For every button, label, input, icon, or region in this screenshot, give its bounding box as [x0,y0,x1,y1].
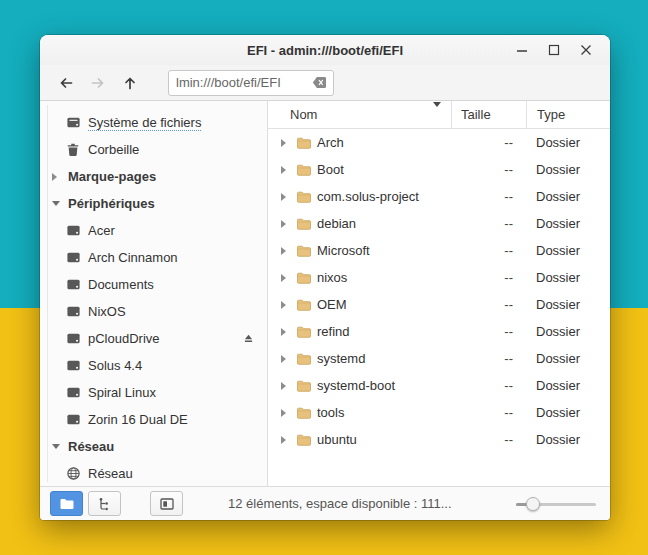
table-row[interactable]: Arch--Dossier [268,129,610,156]
back-icon [58,75,74,91]
drive-icon [66,304,88,319]
folder-icon [296,378,317,394]
chevron-right-icon[interactable] [281,274,296,282]
column-label-name: Nom [290,107,317,122]
column-header-type[interactable]: Type [526,101,610,128]
file-type: Dossier [526,189,610,204]
folder-icon [296,135,317,151]
sidebar-item-documents[interactable]: Documents [40,271,267,298]
sidebar-item-reseau[interactable]: Réseau [40,460,267,486]
maximize-icon [548,44,560,56]
sidebar-item-acer[interactable]: Acer [40,217,267,244]
chevron-right-icon[interactable] [281,166,296,174]
zoom-slider-handle[interactable] [526,497,540,511]
extra-pane-button[interactable] [150,491,183,516]
tree-view-button[interactable] [88,491,121,516]
file-size: -- [451,189,526,204]
table-row[interactable]: debian--Dossier [268,210,610,237]
table-row[interactable]: OEM--Dossier [268,291,610,318]
folder-icon [296,216,317,232]
icon-view-button[interactable] [50,491,83,516]
folder-icon [296,189,317,205]
table-row[interactable]: refind--Dossier [268,318,610,345]
trash-icon [66,142,88,157]
sidebar-item-nixos[interactable]: NixOS [40,298,267,325]
sidebar-item-pclouddrive[interactable]: pCloudDrive [40,325,267,352]
up-button[interactable] [114,69,146,97]
chevron-right-icon[interactable] [281,193,296,201]
minimize-button[interactable] [510,38,534,62]
clear-location-icon[interactable] [310,74,328,92]
chevron-right-icon[interactable] [281,247,296,255]
back-button[interactable] [50,69,82,97]
file-size: -- [451,351,526,366]
folder-icon [296,324,317,340]
chevron-down-icon[interactable] [52,444,68,449]
sidebar-section-peripheriques[interactable]: Périphériques [40,190,267,217]
sidebar-section-reseau[interactable]: Réseau [40,433,267,460]
folder-icon [296,351,317,367]
sidebar-item-label: Système de fichiers [88,115,201,131]
sidebar-item-label: Arch Cinnamon [88,250,178,265]
table-row[interactable]: ubuntu--Dossier [268,426,610,453]
table-row[interactable]: Microsoft--Dossier [268,237,610,264]
file-size: -- [451,432,526,447]
drive-icon [66,412,88,427]
column-header-name[interactable]: Nom [268,101,451,128]
file-name: com.solus-project [317,189,419,204]
folder-icon [296,297,317,313]
chevron-right-icon[interactable] [281,409,296,417]
sidebar-list: Système de fichiersCorbeilleMarque-pages… [40,109,267,486]
chevron-down-icon[interactable] [52,201,68,206]
location-input[interactable]: lmin:///boot/efi/EFI [168,70,334,96]
sidebar-item-label: Corbeille [88,142,139,157]
icon-view-icon [59,496,75,512]
sidebar-item-systeme-de-fichiers[interactable]: Système de fichiers [40,109,267,136]
column-label-size: Taille [461,107,491,122]
file-type: Dossier [526,135,610,150]
table-row[interactable]: systemd--Dossier [268,345,610,372]
sidebar-item-label: Solus 4.4 [88,358,142,373]
sidebar-item-zorin-16-dual-de[interactable]: Zorin 16 Dual DE [40,406,267,433]
table-row[interactable]: systemd-boot--Dossier [268,372,610,399]
folder-icon [296,162,317,178]
table-row[interactable]: com.solus-project--Dossier [268,183,610,210]
chevron-right-icon[interactable] [281,382,296,390]
chevron-right-icon[interactable] [281,436,296,444]
chevron-right-icon[interactable] [281,301,296,309]
file-manager-window: EFI - admin:///boot/efi/EFI [40,35,610,520]
table-row[interactable]: nixos--Dossier [268,264,610,291]
sidebar-item-label: pCloudDrive [88,331,160,346]
table-row[interactable]: Boot--Dossier [268,156,610,183]
file-name: refind [317,324,350,339]
forward-button[interactable] [82,69,114,97]
chevron-right-icon[interactable] [52,173,68,181]
file-name: nixos [317,270,347,285]
file-size: -- [451,324,526,339]
table-row[interactable]: tools--Dossier [268,399,610,426]
sidebar-item-arch-cinnamon[interactable]: Arch Cinnamon [40,244,267,271]
chevron-right-icon[interactable] [281,355,296,363]
drive-icon [66,331,88,346]
file-type: Dossier [526,216,610,231]
sidebar-item-spiral-linux[interactable]: Spiral Linux [40,379,267,406]
zoom-slider[interactable] [516,492,596,516]
maximize-button[interactable] [542,38,566,62]
chevron-right-icon[interactable] [281,328,296,336]
sidebar-section-marque-pages[interactable]: Marque-pages [40,163,267,190]
titlebar[interactable]: EFI - admin:///boot/efi/EFI [40,35,610,65]
window-controls [510,38,610,62]
file-pane: Nom Taille Type Arch--DossierBoot--Dossi… [268,101,610,486]
network-icon [66,466,88,481]
file-size: -- [451,243,526,258]
eject-button[interactable] [242,332,255,345]
chevron-right-icon[interactable] [281,139,296,147]
file-size: -- [451,135,526,150]
column-header-size[interactable]: Taille [451,101,526,128]
file-name: tools [317,405,344,420]
sidebar-item-corbeille[interactable]: Corbeille [40,136,267,163]
close-button[interactable] [574,38,598,62]
chevron-right-icon[interactable] [281,220,296,228]
sidebar-item-label: Zorin 16 Dual DE [88,412,188,427]
sidebar-item-solus-4-4[interactable]: Solus 4.4 [40,352,267,379]
